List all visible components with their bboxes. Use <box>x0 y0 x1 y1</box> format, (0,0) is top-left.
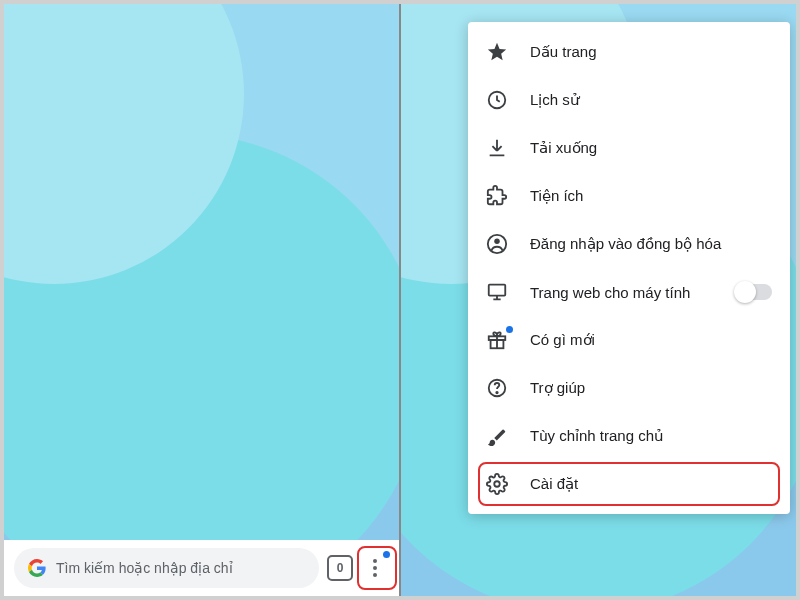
menu-label: Tải xuống <box>530 139 772 157</box>
tab-switcher-button[interactable]: 0 <box>327 555 353 581</box>
desktop-site-toggle[interactable] <box>736 284 772 300</box>
desktop-icon <box>486 281 508 303</box>
overflow-menu: Dấu trang Lịch sử Tải xuống Tiện ích <box>468 22 790 514</box>
wallpaper <box>4 4 399 596</box>
more-menu-button[interactable] <box>361 553 389 583</box>
menu-label: Cài đặt <box>530 475 772 493</box>
menu-item-history[interactable]: Lịch sử <box>468 76 790 124</box>
gear-icon <box>486 473 508 495</box>
search-placeholder: Tìm kiếm hoặc nhập địa chỉ <box>56 560 233 576</box>
menu-item-downloads[interactable]: Tải xuống <box>468 124 790 172</box>
clock-icon <box>486 89 508 111</box>
puzzle-icon <box>486 185 508 207</box>
menu-item-help[interactable]: Trợ giúp <box>468 364 790 412</box>
svg-point-8 <box>494 481 500 487</box>
help-icon <box>486 377 508 399</box>
menu-item-desktop-site[interactable]: Trang web cho máy tính <box>468 268 790 316</box>
search-input[interactable]: Tìm kiếm hoặc nhập địa chỉ <box>14 548 319 588</box>
menu-label: Trang web cho máy tính <box>530 284 714 301</box>
svg-point-7 <box>496 392 497 393</box>
right-pane: Dấu trang Lịch sử Tải xuống Tiện ích <box>401 4 796 596</box>
bottom-address-bar: Tìm kiếm hoặc nhập địa chỉ 0 <box>4 540 399 596</box>
svg-rect-3 <box>489 285 506 296</box>
brush-icon <box>486 425 508 447</box>
screenshot-frame: Tìm kiếm hoặc nhập địa chỉ 0 <box>0 0 800 600</box>
menu-label: Trợ giúp <box>530 379 772 397</box>
menu-item-settings[interactable]: Cài đặt <box>468 460 790 508</box>
menu-item-bookmarks[interactable]: Dấu trang <box>468 28 790 76</box>
menu-label: Lịch sử <box>530 91 772 109</box>
menu-label: Dấu trang <box>530 43 772 61</box>
menu-item-settings-wrap: Cài đặt <box>468 460 790 508</box>
menu-label: Tiện ích <box>530 187 772 205</box>
star-icon <box>486 41 508 63</box>
tab-count: 0 <box>337 561 344 575</box>
menu-label: Có gì mới <box>530 331 772 349</box>
menu-item-sync[interactable]: Đăng nhập vào đồng bộ hóa <box>468 220 790 268</box>
left-pane: Tìm kiếm hoặc nhập địa chỉ 0 <box>4 4 399 596</box>
menu-label: Đăng nhập vào đồng bộ hóa <box>530 235 772 253</box>
notification-dot <box>506 326 513 333</box>
gift-icon <box>486 329 508 351</box>
more-vert-icon <box>373 559 377 577</box>
account-icon <box>486 233 508 255</box>
menu-item-customize-home[interactable]: Tùy chỉnh trang chủ <box>468 412 790 460</box>
menu-item-whatsnew[interactable]: Có gì mới <box>468 316 790 364</box>
google-icon <box>28 559 46 577</box>
svg-point-2 <box>494 239 500 245</box>
download-icon <box>486 137 508 159</box>
menu-label: Tùy chỉnh trang chủ <box>530 427 772 445</box>
notification-dot <box>383 551 390 558</box>
menu-item-extensions[interactable]: Tiện ích <box>468 172 790 220</box>
